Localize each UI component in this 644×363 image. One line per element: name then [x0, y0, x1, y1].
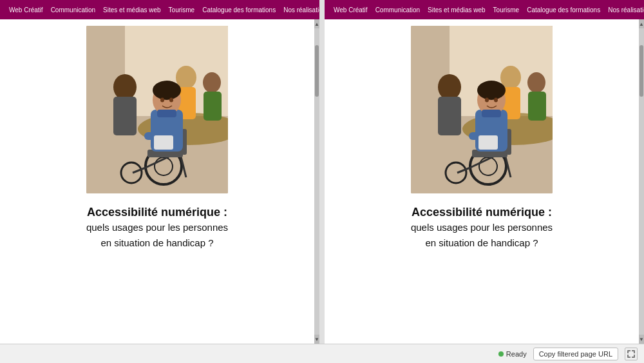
expand-button[interactable] [625, 348, 638, 360]
nav-item-webcreative-left[interactable]: Web Créatif [5, 6, 47, 14]
nav-item-sites-right[interactable]: Sites et médias web [424, 6, 489, 14]
svg-point-24 [160, 98, 164, 103]
svg-rect-6 [113, 97, 137, 135]
scroll-thumb-right[interactable] [639, 45, 643, 97]
panel-content-left: Accessibilité numérique : quels usages p… [0, 19, 319, 344]
article-title-normal-right: quels usages pour les personnes en situa… [411, 222, 553, 248]
svg-rect-33 [438, 97, 461, 135]
article-title-normal-left: quels usages pour les personnes en situa… [86, 222, 228, 248]
nav-item-catalogue-right[interactable]: Catalogue des formations [523, 6, 604, 14]
nav-item-tourisme-right[interactable]: Tourisme [489, 6, 524, 14]
main-area: Web Créatif Communication Sites et média… [0, 0, 644, 344]
svg-rect-26 [157, 110, 176, 117]
article-image-left [86, 26, 228, 193]
scroll-down-right[interactable]: ▼ [639, 335, 644, 344]
article-title-bold-right: Accessibilité numérique : [412, 206, 552, 219]
scrollbar-left[interactable]: ▲ ▼ [314, 19, 319, 344]
article-image-right [411, 26, 553, 193]
panel-content-right: Accessibilité numérique : quels usages p… [325, 19, 644, 344]
svg-point-51 [485, 98, 489, 103]
copy-filtered-url-button[interactable]: Copy filtered page URL [533, 348, 618, 360]
status-bar: Ready Copy filtered page URL [0, 344, 644, 363]
nav-item-tourisme-left[interactable]: Tourisme [165, 6, 199, 14]
svg-point-5 [113, 74, 137, 100]
nav-item-catalogue-left[interactable]: Catalogue des formations [198, 6, 279, 14]
svg-rect-21 [154, 135, 173, 150]
status-dot [498, 351, 504, 357]
status-ready: Ready [498, 350, 527, 358]
nav-item-sites-left[interactable]: Sites et médias web [99, 6, 165, 14]
nav-item-webcreative-right[interactable]: Web Créatif [330, 6, 372, 14]
nav-item-communication-left[interactable]: Communication [47, 6, 99, 14]
nav-item-communication-right[interactable]: Communication [372, 6, 424, 14]
page-inner-left: Accessibilité numérique : quels usages p… [0, 19, 314, 257]
svg-rect-10 [204, 92, 222, 121]
page-content-left: Accessibilité numérique : quels usages p… [0, 19, 314, 344]
nav-item-realisations-right[interactable]: Nos réalisations [604, 6, 644, 14]
svg-point-25 [169, 98, 173, 103]
svg-point-23 [153, 81, 181, 100]
navbar-left: Web Créatif Communication Sites et média… [0, 0, 319, 19]
status-ready-label: Ready [506, 350, 527, 358]
page-content-right: Accessibilité numérique : quels usages p… [325, 19, 639, 344]
expand-icon [627, 350, 635, 358]
browser-panel-right: Web Créatif Communication Sites et média… [319, 0, 644, 344]
svg-point-32 [438, 74, 461, 100]
page-inner-right: Accessibilité numérique : quels usages p… [325, 19, 639, 257]
svg-point-50 [477, 81, 506, 100]
scroll-up-right[interactable]: ▲ [639, 19, 644, 28]
article-title-bold-left: Accessibilité numérique : [87, 206, 227, 219]
browser-panel-left: Web Créatif Communication Sites et média… [0, 0, 319, 344]
scroll-thumb-left[interactable] [315, 45, 319, 97]
svg-rect-53 [482, 110, 501, 117]
svg-rect-37 [528, 92, 546, 121]
scroll-up-left[interactable]: ▲ [314, 19, 319, 28]
article-title-left: Accessibilité numérique : quels usages p… [83, 205, 231, 250]
svg-point-52 [494, 98, 498, 103]
scroll-down-left[interactable]: ▼ [314, 335, 319, 344]
article-title-right: Accessibilité numérique : quels usages p… [408, 205, 556, 250]
scrollbar-right[interactable]: ▲ ▼ [639, 19, 644, 344]
svg-point-9 [203, 72, 221, 93]
svg-point-36 [527, 72, 545, 93]
nav-item-realisations-left[interactable]: Nos réalisations [279, 6, 319, 14]
svg-rect-48 [478, 135, 498, 150]
navbar-right: Web Créatif Communication Sites et média… [325, 0, 644, 19]
